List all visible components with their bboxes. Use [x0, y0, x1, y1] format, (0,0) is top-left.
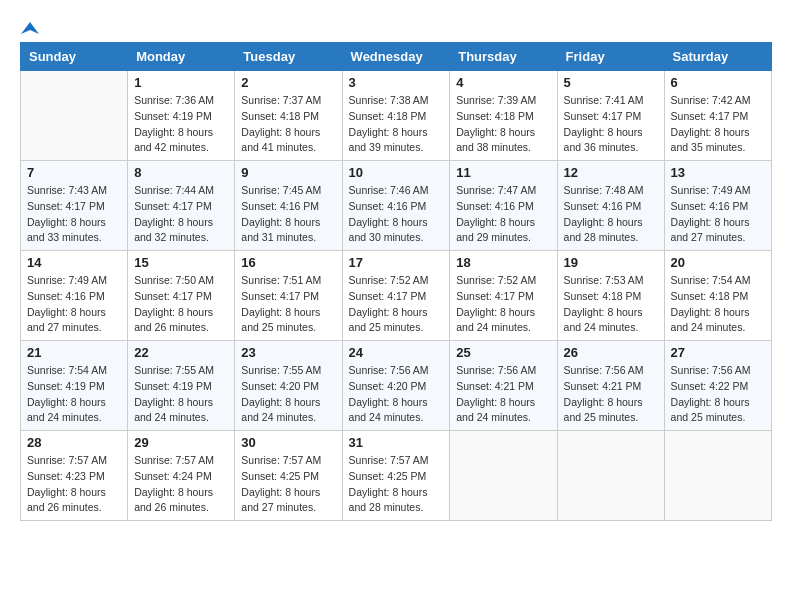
calendar-cell: 13 Sunrise: 7:49 AM Sunset: 4:16 PM Dayl…	[664, 161, 771, 251]
sunrise-label: Sunrise: 7:48 AM	[564, 184, 644, 196]
daylight-label: Daylight: 8 hours and 31 minutes.	[241, 216, 320, 244]
day-info: Sunrise: 7:57 AM Sunset: 4:23 PM Dayligh…	[27, 453, 121, 516]
calendar-cell: 21 Sunrise: 7:54 AM Sunset: 4:19 PM Dayl…	[21, 341, 128, 431]
day-number: 23	[241, 345, 335, 360]
daylight-label: Daylight: 8 hours and 24 minutes.	[456, 396, 535, 424]
day-number: 26	[564, 345, 658, 360]
sunset-label: Sunset: 4:20 PM	[349, 380, 427, 392]
sunrise-label: Sunrise: 7:36 AM	[134, 94, 214, 106]
sunset-label: Sunset: 4:17 PM	[134, 200, 212, 212]
day-number: 18	[456, 255, 550, 270]
daylight-label: Daylight: 8 hours and 29 minutes.	[456, 216, 535, 244]
daylight-label: Daylight: 8 hours and 26 minutes.	[27, 486, 106, 514]
sunset-label: Sunset: 4:18 PM	[241, 110, 319, 122]
day-info: Sunrise: 7:49 AM Sunset: 4:16 PM Dayligh…	[27, 273, 121, 336]
day-number: 29	[134, 435, 228, 450]
daylight-label: Daylight: 8 hours and 27 minutes.	[27, 306, 106, 334]
sunset-label: Sunset: 4:19 PM	[27, 380, 105, 392]
daylight-label: Daylight: 8 hours and 28 minutes.	[349, 486, 428, 514]
day-info: Sunrise: 7:52 AM Sunset: 4:17 PM Dayligh…	[349, 273, 444, 336]
day-info: Sunrise: 7:43 AM Sunset: 4:17 PM Dayligh…	[27, 183, 121, 246]
sunset-label: Sunset: 4:24 PM	[134, 470, 212, 482]
sunrise-label: Sunrise: 7:52 AM	[349, 274, 429, 286]
day-number: 8	[134, 165, 228, 180]
day-number: 11	[456, 165, 550, 180]
sunrise-label: Sunrise: 7:57 AM	[27, 454, 107, 466]
day-header-friday: Friday	[557, 43, 664, 71]
daylight-label: Daylight: 8 hours and 35 minutes.	[671, 126, 750, 154]
calendar-cell: 28 Sunrise: 7:57 AM Sunset: 4:23 PM Dayl…	[21, 431, 128, 521]
day-info: Sunrise: 7:39 AM Sunset: 4:18 PM Dayligh…	[456, 93, 550, 156]
day-header-sunday: Sunday	[21, 43, 128, 71]
day-number: 7	[27, 165, 121, 180]
sunset-label: Sunset: 4:19 PM	[134, 110, 212, 122]
sunrise-label: Sunrise: 7:46 AM	[349, 184, 429, 196]
calendar-cell: 14 Sunrise: 7:49 AM Sunset: 4:16 PM Dayl…	[21, 251, 128, 341]
sunrise-label: Sunrise: 7:44 AM	[134, 184, 214, 196]
calendar-cell: 9 Sunrise: 7:45 AM Sunset: 4:16 PM Dayli…	[235, 161, 342, 251]
day-number: 9	[241, 165, 335, 180]
sunrise-label: Sunrise: 7:57 AM	[241, 454, 321, 466]
day-number: 15	[134, 255, 228, 270]
sunrise-label: Sunrise: 7:50 AM	[134, 274, 214, 286]
day-info: Sunrise: 7:56 AM Sunset: 4:21 PM Dayligh…	[564, 363, 658, 426]
day-info: Sunrise: 7:46 AM Sunset: 4:16 PM Dayligh…	[349, 183, 444, 246]
calendar-cell: 26 Sunrise: 7:56 AM Sunset: 4:21 PM Dayl…	[557, 341, 664, 431]
daylight-label: Daylight: 8 hours and 25 minutes.	[241, 306, 320, 334]
sunrise-label: Sunrise: 7:56 AM	[671, 364, 751, 376]
daylight-label: Daylight: 8 hours and 24 minutes.	[241, 396, 320, 424]
sunset-label: Sunset: 4:17 PM	[456, 290, 534, 302]
calendar-cell: 6 Sunrise: 7:42 AM Sunset: 4:17 PM Dayli…	[664, 71, 771, 161]
daylight-label: Daylight: 8 hours and 26 minutes.	[134, 486, 213, 514]
calendar-cell: 29 Sunrise: 7:57 AM Sunset: 4:24 PM Dayl…	[128, 431, 235, 521]
day-header-saturday: Saturday	[664, 43, 771, 71]
day-info: Sunrise: 7:41 AM Sunset: 4:17 PM Dayligh…	[564, 93, 658, 156]
sunset-label: Sunset: 4:21 PM	[564, 380, 642, 392]
calendar-cell: 7 Sunrise: 7:43 AM Sunset: 4:17 PM Dayli…	[21, 161, 128, 251]
day-number: 3	[349, 75, 444, 90]
day-number: 21	[27, 345, 121, 360]
calendar-cell: 10 Sunrise: 7:46 AM Sunset: 4:16 PM Dayl…	[342, 161, 450, 251]
daylight-label: Daylight: 8 hours and 24 minutes.	[564, 306, 643, 334]
day-info: Sunrise: 7:45 AM Sunset: 4:16 PM Dayligh…	[241, 183, 335, 246]
days-header-row: SundayMondayTuesdayWednesdayThursdayFrid…	[21, 43, 772, 71]
daylight-label: Daylight: 8 hours and 27 minutes.	[671, 216, 750, 244]
day-info: Sunrise: 7:37 AM Sunset: 4:18 PM Dayligh…	[241, 93, 335, 156]
day-info: Sunrise: 7:52 AM Sunset: 4:17 PM Dayligh…	[456, 273, 550, 336]
day-info: Sunrise: 7:49 AM Sunset: 4:16 PM Dayligh…	[671, 183, 765, 246]
sunrise-label: Sunrise: 7:49 AM	[27, 274, 107, 286]
sunset-label: Sunset: 4:20 PM	[241, 380, 319, 392]
day-info: Sunrise: 7:57 AM Sunset: 4:25 PM Dayligh…	[349, 453, 444, 516]
day-info: Sunrise: 7:54 AM Sunset: 4:19 PM Dayligh…	[27, 363, 121, 426]
logo-bird-icon	[21, 20, 39, 38]
daylight-label: Daylight: 8 hours and 24 minutes.	[349, 396, 428, 424]
sunset-label: Sunset: 4:16 PM	[27, 290, 105, 302]
sunset-label: Sunset: 4:17 PM	[349, 290, 427, 302]
week-row-5: 28 Sunrise: 7:57 AM Sunset: 4:23 PM Dayl…	[21, 431, 772, 521]
daylight-label: Daylight: 8 hours and 25 minutes.	[671, 396, 750, 424]
daylight-label: Daylight: 8 hours and 25 minutes.	[564, 396, 643, 424]
sunrise-label: Sunrise: 7:38 AM	[349, 94, 429, 106]
sunset-label: Sunset: 4:17 PM	[671, 110, 749, 122]
week-row-2: 7 Sunrise: 7:43 AM Sunset: 4:17 PM Dayli…	[21, 161, 772, 251]
calendar-cell	[450, 431, 557, 521]
day-number: 16	[241, 255, 335, 270]
sunset-label: Sunset: 4:16 PM	[241, 200, 319, 212]
day-info: Sunrise: 7:54 AM Sunset: 4:18 PM Dayligh…	[671, 273, 765, 336]
day-number: 5	[564, 75, 658, 90]
sunrise-label: Sunrise: 7:54 AM	[27, 364, 107, 376]
daylight-label: Daylight: 8 hours and 26 minutes.	[134, 306, 213, 334]
sunset-label: Sunset: 4:16 PM	[671, 200, 749, 212]
day-number: 28	[27, 435, 121, 450]
svg-marker-0	[21, 22, 39, 34]
day-number: 22	[134, 345, 228, 360]
calendar-cell: 27 Sunrise: 7:56 AM Sunset: 4:22 PM Dayl…	[664, 341, 771, 431]
day-number: 1	[134, 75, 228, 90]
sunrise-label: Sunrise: 7:56 AM	[349, 364, 429, 376]
daylight-label: Daylight: 8 hours and 24 minutes.	[134, 396, 213, 424]
daylight-label: Daylight: 8 hours and 27 minutes.	[241, 486, 320, 514]
sunset-label: Sunset: 4:21 PM	[456, 380, 534, 392]
day-number: 4	[456, 75, 550, 90]
calendar-cell	[664, 431, 771, 521]
sunset-label: Sunset: 4:17 PM	[241, 290, 319, 302]
